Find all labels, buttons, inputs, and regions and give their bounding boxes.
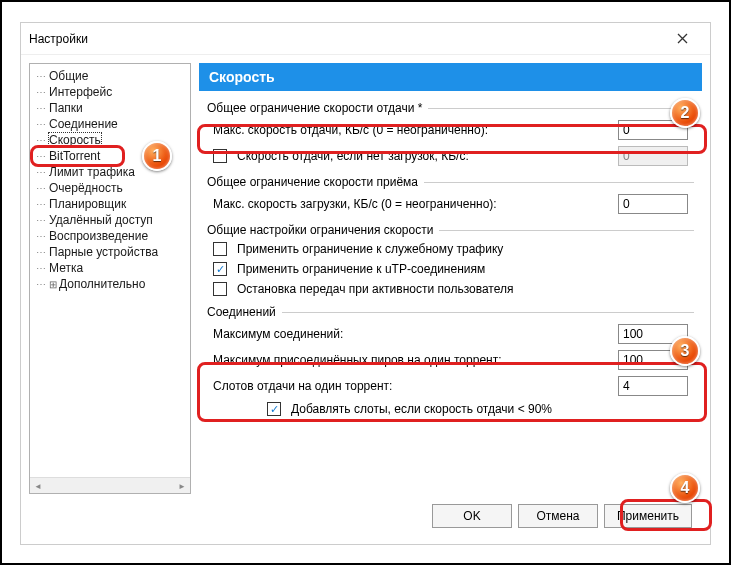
cancel-button[interactable]: Отмена <box>518 504 598 528</box>
panel-header: Скорость <box>199 63 702 91</box>
sidebar-item-label: Очерёдность <box>49 181 123 195</box>
sidebar-item-8[interactable]: ⋯Планировщик <box>30 196 190 212</box>
add-slots-label: Добавлять слоты, если скорость отдачи < … <box>291 402 688 416</box>
opt2-label: Применить ограничение к uTP-соединениям <box>237 262 688 276</box>
slots-label: Слотов отдачи на один торрент: <box>213 379 612 393</box>
tree-branch-icon: ⋯ <box>36 215 45 226</box>
scrollbar-horizontal[interactable]: ◄ ► <box>30 477 190 493</box>
sidebar-item-10[interactable]: ⋯Воспроизведение <box>30 228 190 244</box>
window-title: Настройки <box>29 32 88 46</box>
add-slots-checkbox[interactable]: ✓ <box>267 402 281 416</box>
sidebar-item-label: Удалённый доступ <box>49 213 153 227</box>
alt-upload-input <box>618 146 688 166</box>
max-download-input[interactable] <box>618 194 688 214</box>
dialog-buttons: OK Отмена Применить <box>432 504 692 528</box>
max-peers-label: Максимум присоединённых пиров на один то… <box>213 353 612 367</box>
close-button[interactable] <box>662 25 702 53</box>
tree-branch-icon: ⋯ <box>36 87 45 98</box>
tree-branch-icon: ⋯ <box>36 167 45 178</box>
alt-upload-label: Скорость отдачи, если нет загрузок, КБ/с… <box>237 149 612 163</box>
sidebar-item-3[interactable]: ⋯Соединение <box>30 116 190 132</box>
sidebar-item-6[interactable]: ⋯Лимит трафика <box>30 164 190 180</box>
max-conn-input[interactable] <box>618 324 688 344</box>
sidebar-item-9[interactable]: ⋯Удалённый доступ <box>30 212 190 228</box>
sidebar-item-5[interactable]: ⋯BitTorrent <box>30 148 190 164</box>
tree-branch-icon: ⋯ <box>36 135 45 146</box>
group-download-title: Общее ограничение скорости приёма <box>207 175 424 189</box>
tree-branch-icon: ⋯ <box>36 183 45 194</box>
opt3-checkbox[interactable] <box>213 282 227 296</box>
opt1-checkbox[interactable] <box>213 242 227 256</box>
sidebar-item-label: Дополнительно <box>59 277 145 291</box>
max-upload-label: Макс. скорость отдачи, КБ/с (0 = неогран… <box>213 123 612 137</box>
sidebar-item-label: Метка <box>49 261 83 275</box>
sidebar-item-label: Планировщик <box>49 197 126 211</box>
tree-branch-icon: ⋯ <box>36 151 45 162</box>
apply-button[interactable]: Применить <box>604 504 692 528</box>
close-icon <box>677 33 688 44</box>
sidebar-item-label: Общие <box>49 69 88 83</box>
sidebar-item-label: Воспроизведение <box>49 229 148 243</box>
tree-branch-icon: ⋯ <box>36 119 45 130</box>
opt3-label: Остановка передач при активности пользов… <box>237 282 688 296</box>
sidebar-item-label: Папки <box>49 101 83 115</box>
sidebar-item-label: BitTorrent <box>49 149 100 163</box>
sidebar-item-1[interactable]: ⋯Интерфейс <box>30 84 190 100</box>
tree-branch-icon: ⋯ <box>36 103 45 114</box>
tree-branch-icon: ⋯ <box>36 231 45 242</box>
tree-branch-icon: ⋯ <box>36 263 45 274</box>
settings-window: Настройки ⋯Общие⋯Интерфейс⋯Папки⋯Соедине… <box>20 22 711 545</box>
group-upload-title: Общее ограничение скорости отдачи * <box>207 101 428 115</box>
max-peers-input[interactable] <box>618 350 688 370</box>
sidebar-item-7[interactable]: ⋯Очерёдность <box>30 180 190 196</box>
sidebar-item-label: Скорость <box>49 133 101 147</box>
sidebar-item-12[interactable]: ⋯Метка <box>30 260 190 276</box>
sidebar-item-label: Соединение <box>49 117 118 131</box>
scroll-right-icon[interactable]: ► <box>174 478 190 494</box>
sidebar-item-label: Лимит трафика <box>49 165 135 179</box>
max-conn-label: Максимум соединений: <box>213 327 612 341</box>
scroll-left-icon[interactable]: ◄ <box>30 478 46 494</box>
max-upload-input[interactable] <box>618 120 688 140</box>
tree-branch-icon: ⋯ <box>36 71 45 82</box>
sidebar-item-label: Интерфейс <box>49 85 112 99</box>
sidebar: ⋯Общие⋯Интерфейс⋯Папки⋯Соединение⋯Скорос… <box>29 63 191 494</box>
max-download-label: Макс. скорость загрузки, КБ/с (0 = неогр… <box>213 197 612 211</box>
opt2-checkbox[interactable]: ✓ <box>213 262 227 276</box>
opt1-label: Применить ограничение к служебному трафи… <box>237 242 688 256</box>
main-panel: Скорость Общее ограничение скорости отда… <box>199 63 702 536</box>
tree-branch-icon: ⋯ <box>36 279 45 290</box>
sidebar-item-11[interactable]: ⋯Парные устройства <box>30 244 190 260</box>
sidebar-item-4[interactable]: ⋯Скорость <box>30 132 190 148</box>
titlebar: Настройки <box>21 23 710 55</box>
sidebar-item-2[interactable]: ⋯Папки <box>30 100 190 116</box>
ok-button[interactable]: OK <box>432 504 512 528</box>
sidebar-item-0[interactable]: ⋯Общие <box>30 68 190 84</box>
group-connections-title: Соединений <box>207 305 282 319</box>
tree-branch-icon: ⋯ <box>36 247 45 258</box>
sidebar-item-13[interactable]: ⋯⊞Дополнительно <box>30 276 190 292</box>
tree-branch-icon: ⋯ <box>36 199 45 210</box>
alt-upload-checkbox[interactable] <box>213 149 227 163</box>
slots-input[interactable] <box>618 376 688 396</box>
sidebar-item-label: Парные устройства <box>49 245 158 259</box>
group-general-title: Общие настройки ограничения скорости <box>207 223 439 237</box>
